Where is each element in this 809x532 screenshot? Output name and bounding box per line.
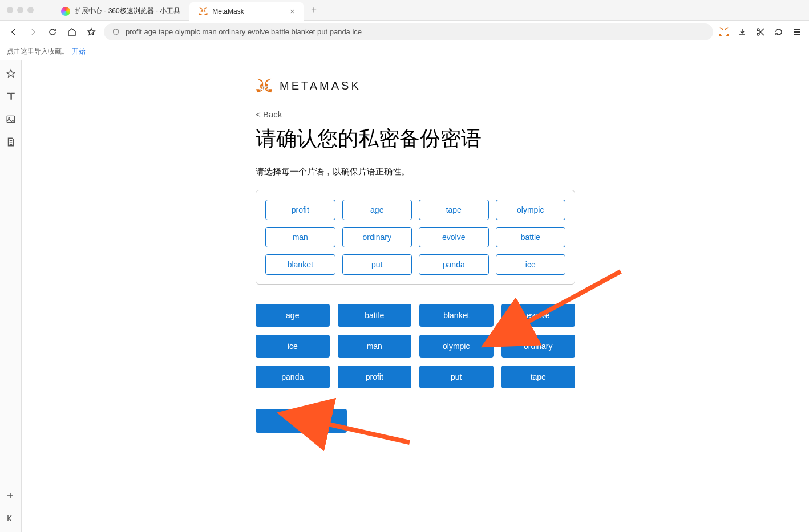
shield-icon [112,28,120,36]
new-tab-button[interactable]: ＋ [304,4,324,16]
plus-icon[interactable] [6,491,16,501]
tab-1[interactable]: MetaMask × [189,2,304,21]
scissors-icon[interactable] [755,27,766,37]
selected-word-ice[interactable]: ice [496,254,566,275]
pool-word-panda[interactable]: panda [256,366,330,388]
forward-button[interactable] [26,25,40,39]
selected-word-put[interactable]: put [342,254,412,275]
tab-title: MetaMask [212,7,244,15]
star-button[interactable] [84,25,98,39]
selected-word-blanket[interactable]: blanket [265,254,335,275]
pool-word-ordinary[interactable]: ordinary [501,335,576,358]
pool-word-blanket[interactable]: blanket [419,304,494,327]
svg-point-3 [9,117,10,119]
metamask-ext-icon[interactable] [719,27,729,37]
content-area: METAMASK < Back 请确认您的私密备份密语 请选择每一个片语，以确保… [22,60,809,532]
selected-word-evolve[interactable]: evolve [419,227,489,247]
book-icon[interactable] [6,91,16,101]
star-outline-icon[interactable] [6,68,16,79]
pool-word-profit[interactable]: profit [338,366,412,388]
back-button[interactable] [7,25,21,39]
download-icon[interactable] [737,27,747,37]
bookmark-prompt: 点击这里导入收藏。 [7,47,68,56]
close-dot[interactable] [7,7,13,13]
doc-icon[interactable] [6,137,16,147]
bookmark-start-link[interactable]: 开始 [72,47,86,56]
titlebar: 扩展中心 - 360极速浏览器 - 小工具 MetaMask × ＋ [0,0,809,21]
metamask-logo-icon [256,78,273,94]
reload-button[interactable] [46,25,59,39]
pool-word-evolve[interactable]: evolve [501,304,576,327]
tab-title: 扩展中心 - 360极速浏览器 - 小工具 [75,6,180,16]
home-button[interactable] [65,25,79,39]
pool-word-man[interactable]: man [338,335,412,358]
pool-word-battle[interactable]: battle [338,304,412,327]
selected-word-man[interactable]: man [265,227,335,247]
toolbar-right [719,27,802,37]
favicon-360-icon [61,7,70,16]
close-tab-icon[interactable]: × [290,7,294,16]
selected-word-panda[interactable]: panda [419,254,489,275]
favicon-fox-icon [199,7,208,16]
svg-point-0 [757,29,759,31]
selected-word-profit[interactable]: profit [265,200,335,220]
address-bar[interactable]: profit age tape olympic man ordinary evo… [104,23,713,40]
undo-icon[interactable] [774,27,784,37]
logo-text: METAMASK [280,79,361,92]
logo-row: METAMASK [256,78,575,94]
svg-point-1 [757,33,759,35]
pool-words-box: agebattleblanketevolveicemanolympicordin… [256,304,575,388]
selected-words-box: profitagetapeolympicmanordinaryevolvebat… [256,190,575,285]
collapse-icon[interactable] [6,514,16,524]
selected-word-tape[interactable]: tape [419,200,489,220]
pool-word-ice[interactable]: ice [256,335,330,358]
left-sidebar [0,60,22,532]
page-heading: 请确认您的私密备份密语 [256,125,575,153]
confirm-button[interactable]: 确认 [256,409,347,433]
toolbar: profit age tape olympic man ordinary evo… [0,21,809,43]
image-icon[interactable] [6,114,16,124]
selected-word-ordinary[interactable]: ordinary [342,227,412,247]
pool-word-put[interactable]: put [419,366,494,388]
selected-word-battle[interactable]: battle [496,227,566,247]
selected-word-age[interactable]: age [342,200,412,220]
menu-icon[interactable] [792,27,802,37]
tabs-container: 扩展中心 - 360极速浏览器 - 小工具 MetaMask × ＋ [52,0,324,20]
pool-word-tape[interactable]: tape [501,366,576,388]
max-dot[interactable] [27,7,34,13]
url-text: profit age tape olympic man ordinary evo… [126,27,362,36]
selected-word-olympic[interactable]: olympic [496,200,566,220]
subtext: 请选择每一个片语，以确保片语正确性。 [256,166,575,177]
pool-word-age[interactable]: age [256,304,330,327]
pool-word-olympic[interactable]: olympic [419,335,494,358]
min-dot[interactable] [17,7,23,13]
tab-0[interactable]: 扩展中心 - 360极速浏览器 - 小工具 [52,2,189,21]
bookmark-bar: 点击这里导入收藏。 开始 [0,43,809,60]
back-link[interactable]: < Back [256,109,575,119]
traffic-lights [0,7,41,13]
